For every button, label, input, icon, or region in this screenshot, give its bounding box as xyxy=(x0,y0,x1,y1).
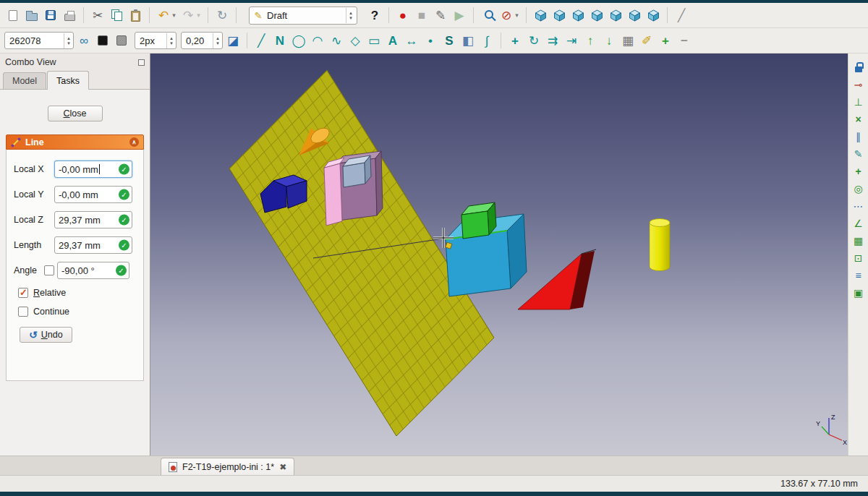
workbench-spinner[interactable]: ▴ ▾ xyxy=(346,8,355,23)
draw-style-dropdown-icon[interactable]: ▾ xyxy=(513,7,521,24)
close-button[interactable]: Close xyxy=(48,106,103,121)
new-document-icon[interactable] xyxy=(4,7,22,24)
spin-up-icon[interactable]: ▴ xyxy=(216,35,219,40)
snap-endpoint-icon[interactable]: ⊸ xyxy=(851,77,867,93)
scale-spinbox[interactable]: 0,20 ▴ ▾ xyxy=(181,32,223,49)
construction-mode-icon[interactable]: ∞ xyxy=(75,32,93,49)
cut-icon[interactable]: ✂ xyxy=(89,7,106,24)
spin-up-icon[interactable]: ▴ xyxy=(170,35,173,40)
draft-move-icon[interactable]: + xyxy=(506,32,524,49)
view-right-icon[interactable] xyxy=(588,7,605,24)
spin-up-icon[interactable]: ▴ xyxy=(349,10,352,15)
view-bottom-icon[interactable] xyxy=(626,7,643,24)
coordinate-spinner[interactable]: ▴ ▾ xyxy=(64,33,73,48)
snap-lock-icon[interactable] xyxy=(851,59,867,75)
scale-spinner[interactable]: ▴ ▾ xyxy=(213,33,222,48)
macro-stop-icon[interactable]: ■ xyxy=(413,7,430,24)
draft-arc-icon[interactable]: ◠ xyxy=(309,32,326,49)
collapse-section-icon[interactable]: ∧ xyxy=(129,137,139,147)
draft-circle-icon[interactable]: ◯ xyxy=(290,32,307,49)
spin-down-icon[interactable]: ▾ xyxy=(67,40,70,46)
coordinate-input[interactable]: 262078 ▴ ▾ xyxy=(4,32,74,49)
snap-near-icon[interactable]: ⋯ xyxy=(851,198,867,214)
draft-array-icon[interactable]: ▦ xyxy=(619,32,637,49)
draft-trimex-icon[interactable]: ⇥ xyxy=(563,32,580,49)
snap-center-icon[interactable]: + xyxy=(851,163,867,179)
panel-float-icon[interactable] xyxy=(138,59,145,66)
snap-perpendicular-icon[interactable]: ⊥ xyxy=(851,94,867,110)
view-axonometric-icon[interactable] xyxy=(532,7,549,24)
tab-tasks[interactable]: Tasks xyxy=(47,71,89,90)
draft-del-point-icon[interactable]: − xyxy=(676,32,693,49)
draft-downgrade-icon[interactable]: ↓ xyxy=(600,32,618,49)
draft-facebinder-icon[interactable]: ◧ xyxy=(459,32,477,49)
relative-checkbox[interactable] xyxy=(18,288,28,298)
line-task-header[interactable]: Line ∧ xyxy=(6,134,144,150)
paste-icon[interactable] xyxy=(127,7,144,24)
line-width-select[interactable]: 2px ▴ ▾ xyxy=(135,32,176,49)
view-front-icon[interactable] xyxy=(550,7,568,24)
snap-angle-icon[interactable]: ◎ xyxy=(851,181,867,197)
draft-bspline-icon[interactable]: ∿ xyxy=(328,32,345,49)
angle-checkbox[interactable] xyxy=(44,265,54,275)
redo-dropdown-icon[interactable]: ▾ xyxy=(195,7,203,24)
tab-model[interactable]: Model xyxy=(3,72,46,89)
length-input[interactable]: 29,37 mm ✓ xyxy=(54,236,132,254)
spin-down-icon[interactable]: ▾ xyxy=(170,40,173,46)
local-y-input[interactable]: -0,00 mm ✓ xyxy=(54,186,132,203)
spin-up-icon[interactable]: ▴ xyxy=(67,35,70,40)
undo-dropdown-icon[interactable]: ▾ xyxy=(170,7,178,24)
document-tab[interactable]: F2-T19-ejemplo-ini : 1* ✖ xyxy=(161,458,294,476)
macro-play-icon[interactable]: ▶ xyxy=(451,7,468,24)
tab-close-icon[interactable]: ✖ xyxy=(279,462,286,472)
local-x-input[interactable]: -0,00 mm ✓ xyxy=(54,161,132,178)
draft-rotate-icon[interactable]: ↻ xyxy=(525,32,542,49)
view-rear-icon[interactable] xyxy=(607,7,624,24)
draft-shapestring-icon[interactable]: S xyxy=(441,32,458,49)
view-left-icon[interactable] xyxy=(644,7,662,24)
autogroup-icon[interactable]: ◪ xyxy=(224,32,242,49)
open-document-icon[interactable] xyxy=(23,7,41,24)
red-wedge-shape[interactable] xyxy=(518,249,596,309)
view-top-icon[interactable] xyxy=(569,7,587,24)
draft-rectangle-icon[interactable]: ▭ xyxy=(365,32,383,49)
draft-point-icon[interactable]: • xyxy=(422,32,439,49)
draft-polygon-icon[interactable]: ◇ xyxy=(346,32,364,49)
macro-record-icon[interactable]: ● xyxy=(394,7,412,24)
cylinder-shape[interactable] xyxy=(650,219,670,271)
draft-line-icon[interactable]: ╱ xyxy=(252,32,270,49)
line-color-swatch[interactable] xyxy=(94,32,111,49)
spin-down-icon[interactable]: ▾ xyxy=(216,40,219,46)
line-width-spinner[interactable]: ▴ ▾ xyxy=(166,33,176,48)
draft-offset-icon[interactable]: ⇉ xyxy=(544,32,561,49)
3d-scene[interactable]: Z Y X xyxy=(150,54,848,456)
copy-icon[interactable] xyxy=(108,7,125,24)
macro-edit-icon[interactable]: ✎ xyxy=(432,7,449,24)
draft-upgrade-icon[interactable]: ↑ xyxy=(582,32,599,49)
snap-intersection-icon[interactable]: × xyxy=(851,111,867,127)
measure-distance-icon[interactable]: ╱ xyxy=(673,7,690,24)
local-z-input[interactable]: 29,37 mm ✓ xyxy=(54,211,132,228)
spin-down-icon[interactable]: ▾ xyxy=(349,15,352,20)
draft-add-point-icon[interactable]: + xyxy=(657,32,674,49)
workbench-selector[interactable]: ✎ Draft ▴ ▾ xyxy=(249,7,357,25)
draft-wire-icon[interactable]: N xyxy=(271,32,289,49)
draft-edit-icon[interactable]: ✐ xyxy=(638,32,655,49)
angle-input[interactable]: -90,00 ° ✓ xyxy=(57,262,129,279)
draft-dimension-icon[interactable]: ↔ xyxy=(403,32,420,49)
undo-button[interactable]: ↺ Undo xyxy=(20,327,72,343)
snap-ortho-icon[interactable]: ∠ xyxy=(851,215,867,231)
print-icon[interactable] xyxy=(61,7,78,24)
toggle-grid-icon[interactable]: ▣ xyxy=(851,285,867,301)
snap-parallel-icon[interactable]: ∥ xyxy=(851,129,867,145)
whats-this-icon[interactable]: ? xyxy=(366,7,383,24)
refresh-icon[interactable]: ↻ xyxy=(213,7,231,24)
save-document-icon[interactable] xyxy=(42,7,59,24)
3d-viewport[interactable]: Z Y X xyxy=(150,54,848,456)
snap-extension-icon[interactable]: ✎ xyxy=(851,146,867,162)
continue-checkbox[interactable] xyxy=(18,307,28,317)
draft-bezcurve-icon[interactable]: ∫ xyxy=(478,32,495,49)
draft-text-icon[interactable]: A xyxy=(384,32,401,49)
snap-dimensions-icon[interactable]: ≡ xyxy=(851,268,867,283)
face-color-swatch[interactable] xyxy=(113,32,130,49)
